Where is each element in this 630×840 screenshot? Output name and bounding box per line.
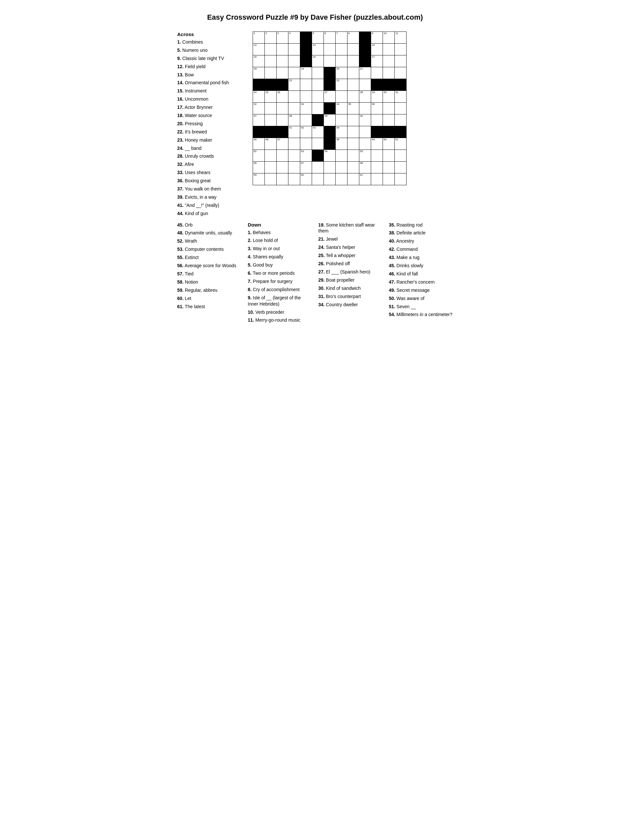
clue-item: 11. Merry-go-round music <box>248 317 312 323</box>
grid-cell <box>288 55 300 67</box>
grid-cell <box>336 162 347 174</box>
cell-number: 14 <box>372 44 375 47</box>
cell-number: 42 <box>301 126 304 129</box>
cell-number: 25 <box>266 91 268 94</box>
grid-cell: 46 <box>265 138 277 150</box>
clue-item: 1. Combines <box>177 39 243 45</box>
cell-number: 15 <box>254 56 256 58</box>
clue-item: 17. Actor Brynner <box>177 104 243 111</box>
grid-cell: 21 <box>359 67 371 79</box>
grid-cell <box>300 114 312 126</box>
clue-item: 49. Secret message <box>389 287 453 294</box>
grid-cell: 43 <box>312 126 324 138</box>
grid-cell: 26 <box>277 91 288 103</box>
cell-number: 30 <box>383 91 386 94</box>
cell-number: 10 <box>383 32 386 35</box>
clue-item: 35. Roasting rod <box>389 222 453 228</box>
grid-cell <box>324 55 336 67</box>
grid-cell <box>300 55 312 67</box>
clue-item: 5. Good buy <box>248 262 312 268</box>
cell-number: 23 <box>336 79 339 82</box>
grid-cell <box>265 67 277 79</box>
clue-item: 6. Two or more periods <box>248 270 312 276</box>
clue-item: 19. Some kitchen staff wear them <box>318 222 382 234</box>
clue-item: 22. It's brewed <box>177 129 243 135</box>
grid-cell <box>288 174 300 185</box>
cell-number: 48 <box>336 138 339 141</box>
grid-cell: 18 <box>253 67 265 79</box>
grid-cell <box>253 126 265 138</box>
grid-cell <box>312 91 324 103</box>
grid-cell: 20 <box>336 67 347 79</box>
clue-item: 18. Water source <box>177 112 243 119</box>
grid-cell <box>395 126 407 138</box>
grid-cell: 33 <box>300 103 312 114</box>
grid-cell: 12 <box>253 44 265 55</box>
grid-cell <box>336 150 347 162</box>
grid-cell <box>359 44 371 55</box>
clue-item: 2. Lose hold of <box>248 237 312 243</box>
cell-number: 51 <box>396 138 398 141</box>
clue-item: 50. Was aware of <box>389 295 453 302</box>
grid-cell <box>359 103 371 114</box>
grid-cell <box>253 79 265 91</box>
clue-item: 40. Ancestry <box>389 238 453 244</box>
grid-cell: 4 <box>288 32 300 44</box>
clue-item: 29. Boat propeller <box>318 277 382 283</box>
clue-item: 46. Kind of fall <box>389 271 453 277</box>
grid-cell: 54 <box>324 150 336 162</box>
clue-item: 36. Boxing great <box>177 178 243 184</box>
grid-cell <box>347 114 359 126</box>
grid-cell <box>300 91 312 103</box>
cell-number: 24 <box>254 91 256 94</box>
cell-number: 12 <box>254 44 256 47</box>
cell-number: 54 <box>324 150 328 153</box>
cell-number: 56 <box>254 162 256 164</box>
clue-item: 39. Evicts, in a way <box>177 194 243 201</box>
grid-cell <box>359 126 371 138</box>
clue-item: 34. Country dweller <box>318 302 382 308</box>
crossword-grid: 1234567891011121314151617181920212223242… <box>253 32 407 192</box>
cell-number: 61 <box>360 174 363 177</box>
clue-item: 28. Unruly crowds <box>177 153 243 159</box>
clue-item: 54. Millimeters in a centimeter? <box>389 311 453 318</box>
clue-item: 25. Tell a whopper <box>318 253 382 259</box>
grid-cell <box>371 67 383 79</box>
cell-number: 20 <box>336 68 339 70</box>
grid-cell <box>312 79 324 91</box>
grid-cell: 41 <box>288 126 300 138</box>
grid-cell: 55 <box>359 150 371 162</box>
grid-cell: 56 <box>253 162 265 174</box>
cell-number: 38 <box>289 115 292 117</box>
grid: 1234567891011121314151617181920212223242… <box>253 32 407 185</box>
clue-item: 31. Bro's counterpart <box>318 294 382 300</box>
grid-cell <box>371 79 383 91</box>
clue-item: 24. __ band <box>177 145 243 152</box>
grid-cell: 53 <box>300 150 312 162</box>
grid-cell <box>371 126 383 138</box>
cell-number: 28 <box>360 91 363 94</box>
grid-cell <box>265 150 277 162</box>
clue-item: 7. Prepare for surgery <box>248 278 312 284</box>
grid-cell: 28 <box>359 91 371 103</box>
grid-cell <box>288 150 300 162</box>
clues-bottom: 45. Orb48. Dynamite units, usually52. Wr… <box>177 222 453 325</box>
grid-cell: 40 <box>359 114 371 126</box>
grid-cell <box>371 114 383 126</box>
clue-item: 20. Pressing <box>177 121 243 127</box>
clue-item: 27. El ___ (Spanish hero) <box>318 269 382 275</box>
cell-number: 3 <box>277 32 279 35</box>
grid-cell: 42 <box>300 126 312 138</box>
grid-cell <box>288 103 300 114</box>
grid-cell <box>265 44 277 55</box>
cell-number: 16 <box>313 56 316 58</box>
grid-cell <box>312 67 324 79</box>
grid-cell: 59 <box>253 174 265 185</box>
grid-cell <box>277 55 288 67</box>
grid-cell <box>359 79 371 91</box>
cell-number: 40 <box>360 115 363 117</box>
grid-cell: 11 <box>395 32 407 44</box>
grid-cell <box>395 150 407 162</box>
grid-cell: 29 <box>371 91 383 103</box>
cell-number: 44 <box>336 126 339 129</box>
